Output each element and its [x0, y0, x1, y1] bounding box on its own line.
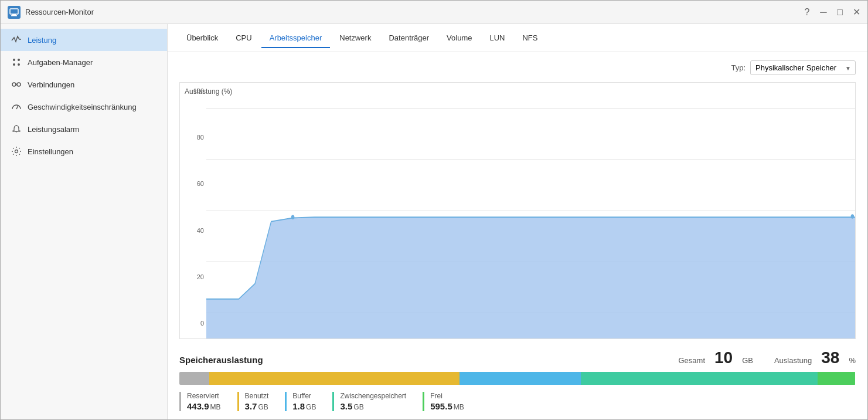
sidebar-label-leistung: Leistung [28, 36, 56, 45]
svg-point-6 [18, 63, 20, 66]
sidebar-item-geschwindigkeit[interactable]: Geschwindigkeits­einschränkung [1, 96, 167, 118]
legend-label-cached: Zwischengespeichert [340, 392, 406, 400]
sidebar: Leistung Aufgaben-Manager Verbindungen G… [1, 24, 168, 419]
svg-rect-0 [10, 9, 18, 14]
svg-point-3 [13, 59, 15, 61]
sidebar-label-einstellungen: Einstellungen [28, 147, 73, 156]
sidebar-item-einstellungen[interactable]: Einstellungen [1, 140, 167, 162]
tab-lun[interactable]: LUN [481, 29, 513, 48]
type-label: Typ: [731, 63, 746, 72]
legend-value-reserved: 443.9MB [187, 401, 221, 411]
legend-label-reserved: Reserviert [187, 392, 221, 400]
tab-cpu[interactable]: CPU [227, 29, 260, 48]
legend-label-used: Benutzt [245, 392, 269, 400]
chart-plot [206, 83, 855, 338]
legend-value-cached: 3.5GB [340, 401, 406, 411]
window-controls: ? ─ □ ✕ [803, 8, 860, 16]
window-title: Ressourcen-Monitor [25, 8, 803, 16]
sidebar-label-leistungsalarm: Leistungsalarm [28, 125, 79, 134]
tab-uberblick[interactable]: Überblick [178, 29, 226, 48]
legend-label-free: Frei [430, 392, 464, 400]
chart-y-axis: 100806040200 [180, 83, 206, 338]
y-tick: 20 [197, 273, 204, 280]
sidebar-item-verbindungen[interactable]: Verbindungen [1, 73, 167, 96]
leistungsalarm-icon [11, 124, 22, 134]
sidebar-label-geschwindigkeit: Geschwindigkeits­einschränkung [28, 103, 137, 111]
legend-item-used: Benutzt 3.7GB [237, 392, 269, 411]
tab-volume[interactable]: Volume [438, 29, 480, 48]
svg-point-4 [18, 59, 20, 61]
help-button[interactable]: ? [803, 8, 811, 16]
total-unit: GB [742, 356, 753, 365]
type-select-wrapper: Physikalischer SpeicherVirtueller Speich… [750, 60, 856, 75]
main-layout: Leistung Aufgaben-Manager Verbindungen G… [1, 24, 867, 419]
legend-item-cached: Zwischengespeichert 3.5GB [332, 392, 406, 411]
content-panel: ÜberblickCPUArbeitsspeicherNetzwerkDaten… [168, 24, 867, 419]
sidebar-item-leistungsalarm[interactable]: Leistungsalarm [1, 118, 167, 140]
tab-bar: ÜberblickCPUArbeitsspeicherNetzwerkDaten… [168, 24, 867, 52]
svg-point-12 [15, 150, 18, 153]
sidebar-item-leistung[interactable]: Leistung [1, 29, 167, 51]
svg-marker-18 [206, 217, 855, 338]
type-selector-row: Typ: Physikalischer SpeicherVirtueller S… [179, 60, 856, 75]
memory-stats: Gesamt 10 GB Auslastung 38 % [678, 348, 856, 367]
svg-point-19 [851, 214, 855, 218]
tab-nfs[interactable]: NFS [514, 29, 546, 48]
aufgaben-manager-icon [11, 57, 22, 67]
y-tick: 60 [197, 180, 204, 187]
bar-memory-bar-reserved [179, 372, 209, 385]
bar-memory-bar-free [818, 372, 855, 385]
tab-netzwerk[interactable]: Netzwerk [331, 29, 379, 48]
chart-container: 100806040200 Auslastung (%) [179, 82, 856, 339]
bar-memory-bar-buffer [459, 372, 581, 385]
memory-legend: Reserviert 443.9MB Benutzt 3.7GB Buffer … [179, 392, 856, 411]
memory-usage-bar [179, 372, 856, 385]
sidebar-item-aufgaben-manager[interactable]: Aufgaben-Manager [1, 51, 167, 73]
total-label: Gesamt [678, 356, 705, 365]
content-area: Typ: Physikalischer SpeicherVirtueller S… [168, 52, 867, 419]
usage-unit: % [849, 356, 856, 365]
leistung-icon [11, 35, 22, 45]
legend-value-used: 3.7GB [245, 401, 269, 411]
minimize-button[interactable]: ─ [819, 8, 828, 16]
usage-label: Auslastung [774, 356, 812, 365]
svg-point-7 [12, 83, 16, 86]
tab-arbeitsspeicher[interactable]: Arbeitsspeicher [261, 29, 331, 48]
legend-value-free: 595.5MB [430, 401, 464, 411]
maximize-button[interactable]: □ [836, 8, 844, 16]
memory-header: Speicherauslastung Gesamt 10 GB Auslastu… [179, 348, 856, 367]
bar-memory-bar-used [209, 372, 459, 385]
y-tick: 0 [200, 320, 204, 327]
verbindungen-icon [11, 79, 22, 90]
memory-section: Speicherauslastung Gesamt 10 GB Auslastu… [179, 348, 856, 411]
bar-memory-bar-cached [581, 372, 818, 385]
memory-title: Speicherauslastung [179, 355, 678, 365]
app-icon [8, 6, 21, 19]
svg-line-10 [16, 106, 18, 109]
legend-value-buffer: 1.8GB [292, 401, 316, 411]
svg-rect-2 [11, 15, 17, 16]
application-window: Ressourcen-Monitor ? ─ □ ✕ Leistung Aufg… [0, 0, 868, 420]
y-tick: 80 [197, 134, 204, 141]
usage-value: 38 [821, 348, 839, 367]
geschwindigkeit-icon [11, 101, 22, 112]
total-value: 10 [714, 348, 733, 367]
legend-label-buffer: Buffer [292, 392, 316, 400]
legend-item-free: Frei 595.5MB [423, 392, 464, 411]
sidebar-label-verbindungen: Verbindungen [28, 80, 74, 89]
svg-rect-1 [12, 14, 16, 15]
titlebar: Ressourcen-Monitor ? ─ □ ✕ [1, 1, 867, 24]
tab-datentrager[interactable]: Datenträger [380, 29, 437, 48]
legend-item-reserved: Reserviert 443.9MB [179, 392, 221, 411]
svg-point-8 [17, 83, 21, 86]
sidebar-label-aufgaben-manager: Aufgaben-Manager [28, 58, 93, 67]
close-button[interactable]: ✕ [852, 8, 860, 16]
svg-point-20 [291, 215, 295, 219]
einstellungen-icon [11, 146, 22, 157]
svg-point-5 [13, 63, 15, 66]
legend-item-buffer: Buffer 1.8GB [285, 392, 316, 411]
type-select[interactable]: Physikalischer SpeicherVirtueller Speich… [750, 60, 856, 75]
y-tick: 40 [197, 227, 204, 234]
